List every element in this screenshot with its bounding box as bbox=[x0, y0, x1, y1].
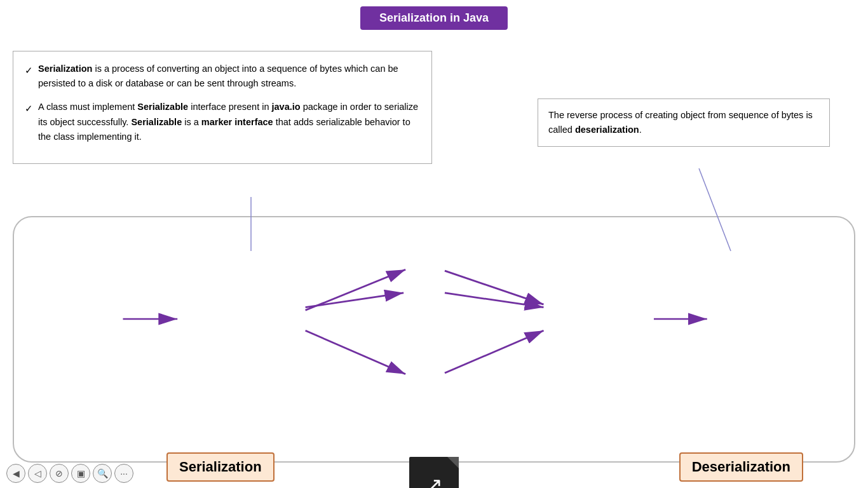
serialization-label: Serialization bbox=[166, 452, 275, 482]
right-textbox: The reverse process of creating object f… bbox=[538, 98, 830, 147]
svg-line-2 bbox=[306, 293, 404, 308]
nav-home-button[interactable]: ▣ bbox=[71, 464, 90, 483]
nav-back-button[interactable]: ◀ bbox=[6, 464, 25, 483]
svg-line-7 bbox=[445, 330, 544, 373]
check-icon-1: ✓ bbox=[25, 63, 33, 78]
check-icon-2: ✓ bbox=[25, 101, 33, 116]
diagram-area: Serialization Deserialization ↗ FILE:// … bbox=[13, 216, 855, 463]
nav-zoom-button[interactable]: 🔍 bbox=[93, 464, 112, 483]
page-title: Serialization in Java bbox=[360, 6, 508, 30]
nav-prev-button[interactable]: ◁ bbox=[28, 464, 47, 483]
svg-line-3 bbox=[306, 269, 406, 310]
nav-cancel-button[interactable]: ⊘ bbox=[50, 464, 69, 483]
nav-more-button[interactable]: ··· bbox=[114, 464, 133, 483]
svg-line-6 bbox=[445, 271, 544, 304]
bullet2-text: A class must implement Serializable inte… bbox=[38, 100, 420, 144]
bottom-nav: ◀ ◁ ⊘ ▣ 🔍 ··· bbox=[6, 464, 133, 483]
left-textbox: ✓ Serialization is a process of converti… bbox=[13, 51, 432, 164]
svg-line-5 bbox=[445, 293, 544, 308]
deserialization-label: Deserialization bbox=[679, 452, 803, 482]
bullet1-text: Serialization is a process of converting… bbox=[38, 62, 420, 91]
file-arrow-icon: ↗ bbox=[426, 473, 443, 488]
file-icon: ↗ FILE:// bbox=[405, 449, 463, 488]
arrows-svg bbox=[14, 217, 854, 461]
svg-line-4 bbox=[306, 330, 406, 374]
